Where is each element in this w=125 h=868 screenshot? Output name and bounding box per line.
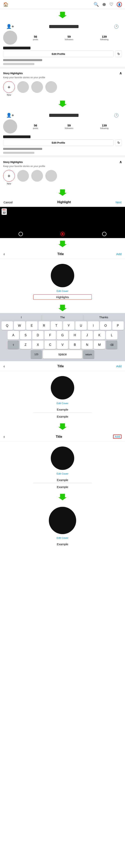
add-person-button-2[interactable]: 👤+	[6, 113, 14, 118]
arrow-indicator-3	[0, 187, 125, 198]
search-icon[interactable]: 🔍	[94, 2, 99, 7]
story-highlights-header-2: Story Highlights ∧	[3, 160, 122, 164]
refresh-button-2[interactable]: ↻	[115, 140, 122, 146]
num-key[interactable]: 123	[31, 350, 42, 359]
chevron-up-icon-2[interactable]: ∧	[119, 160, 122, 164]
key-w[interactable]: W	[14, 321, 25, 330]
cancel-button[interactable]: Cancel	[3, 200, 13, 204]
example-title-input-2[interactable]	[33, 407, 92, 412]
svg-marker-0	[59, 12, 66, 18]
back-button-1[interactable]: ‹	[3, 252, 5, 256]
key-p[interactable]: P	[112, 321, 124, 330]
media-cell-1[interactable]: Dec 12	[0, 207, 41, 238]
shift-key[interactable]: ⇧	[8, 341, 19, 349]
key-z[interactable]: Z	[20, 341, 31, 349]
stat-following-2: 139 following	[100, 124, 108, 129]
edit-cover-link-3[interactable]: Edit Cover	[57, 472, 68, 475]
story-highlights-2: Story Highlights ∧ Keep your favorite st…	[0, 157, 125, 187]
key-a[interactable]: A	[8, 331, 19, 340]
key-o[interactable]: O	[100, 321, 111, 330]
nav-bar: 🏠 🔍 ⊕ ♡ 👤	[0, 0, 125, 9]
history-icon[interactable]: 🕐	[114, 24, 119, 29]
cover-circle-3	[51, 446, 74, 470]
add-button-1[interactable]: Add	[116, 252, 122, 256]
highlight-circle-3[interactable]	[45, 81, 57, 93]
add-button-3-red[interactable]: Add	[113, 435, 122, 439]
highlight-title-input[interactable]	[33, 294, 92, 300]
key-m[interactable]: M	[94, 341, 105, 349]
history-icon-2[interactable]: 🕐	[114, 113, 119, 118]
add-button-2[interactable]: Add	[116, 365, 122, 368]
stat-posts: 56 posts	[33, 35, 38, 40]
highlight-circle-6[interactable]	[45, 170, 57, 182]
key-j[interactable]: J	[82, 331, 93, 340]
add-person-button[interactable]: 👤+	[6, 24, 14, 29]
edit-cover-link-2[interactable]: Edit Cover	[57, 402, 68, 405]
key-g[interactable]: G	[57, 331, 68, 340]
key-r[interactable]: R	[38, 321, 50, 330]
arrow-indicator-5	[0, 302, 125, 313]
backspace-key[interactable]: ⌫	[106, 341, 117, 349]
key-c[interactable]: C	[44, 341, 56, 349]
keyboard: I The Thanks Q W E R T Y U I O P A S D F…	[0, 313, 125, 361]
media-cell-3[interactable]	[84, 207, 125, 238]
key-h[interactable]: H	[69, 331, 81, 340]
space-key[interactable]: space	[43, 350, 82, 359]
username-bar-2	[49, 114, 79, 117]
highlight-circle-2[interactable]	[31, 81, 43, 93]
profile-actions: Edit Profile ↻	[3, 51, 122, 57]
suggestion-the[interactable]: The	[42, 315, 83, 320]
example-label-2: Example	[57, 415, 68, 418]
key-s[interactable]: S	[20, 331, 31, 340]
key-u[interactable]: U	[75, 321, 87, 330]
home-icon[interactable]: 🏠	[3, 2, 8, 7]
key-y[interactable]: Y	[63, 321, 74, 330]
media-cell-2[interactable]	[42, 207, 83, 238]
key-k[interactable]: K	[94, 331, 105, 340]
highlight-new-button-2[interactable]: +	[3, 170, 15, 182]
edit-cover-link-4[interactable]: Edit Cover	[57, 536, 68, 539]
key-f[interactable]: F	[44, 331, 56, 340]
highlight-circle-1[interactable]	[17, 81, 29, 93]
key-i[interactable]: I	[88, 321, 99, 330]
key-x[interactable]: X	[32, 341, 43, 349]
title-cover-wrap-2: Edit Cover	[0, 371, 125, 415]
keyboard-row-4: 123 space return	[1, 350, 124, 359]
highlight-circle-5[interactable]	[31, 170, 43, 182]
suggestion-i[interactable]: I	[1, 315, 42, 320]
next-button[interactable]: Next	[116, 200, 122, 204]
title-cover-wrap-3: Edit Cover	[0, 442, 125, 485]
example-title-input-3[interactable]	[33, 477, 92, 483]
key-e[interactable]: E	[26, 321, 37, 330]
profile-top: 56 posts 59 followers 139 following	[3, 31, 122, 45]
arrow-indicator-1	[0, 9, 125, 20]
radio-button-3[interactable]	[102, 232, 106, 236]
key-d[interactable]: D	[32, 331, 43, 340]
heart-icon[interactable]: ♡	[110, 2, 113, 7]
back-button-3[interactable]: ‹	[3, 434, 5, 439]
back-button-2[interactable]: ‹	[3, 364, 5, 368]
return-key[interactable]: return	[83, 350, 94, 359]
key-n[interactable]: N	[82, 341, 93, 349]
suggestion-thanks[interactable]: Thanks	[83, 315, 124, 320]
key-t[interactable]: T	[51, 321, 62, 330]
radio-button-2[interactable]	[60, 232, 65, 236]
edit-cover-link-1[interactable]: Edit Cover	[57, 289, 68, 292]
refresh-button[interactable]: ↻	[115, 51, 122, 57]
add-post-icon[interactable]: ⊕	[102, 2, 106, 7]
profile-actions-2: Edit Profile ↻	[3, 140, 122, 146]
key-v[interactable]: V	[57, 341, 68, 349]
highlight-title: Highlight	[57, 200, 71, 204]
profile-icon[interactable]: 👤	[117, 2, 122, 7]
edit-profile-button[interactable]: Edit Profile	[3, 51, 114, 57]
profile-stats-2: 56 posts 59 followers 139 following	[20, 124, 122, 129]
highlight-circle-4[interactable]	[17, 170, 29, 182]
profile-header-row-2: 👤+ 🕐	[3, 111, 122, 119]
highlight-new-button[interactable]: +	[3, 81, 15, 93]
radio-button-1[interactable]	[19, 232, 23, 236]
key-b[interactable]: B	[69, 341, 81, 349]
key-l[interactable]: L	[106, 331, 117, 340]
edit-profile-button-2[interactable]: Edit Profile	[3, 140, 114, 146]
chevron-up-icon[interactable]: ∧	[119, 71, 122, 75]
key-q[interactable]: Q	[2, 321, 13, 330]
